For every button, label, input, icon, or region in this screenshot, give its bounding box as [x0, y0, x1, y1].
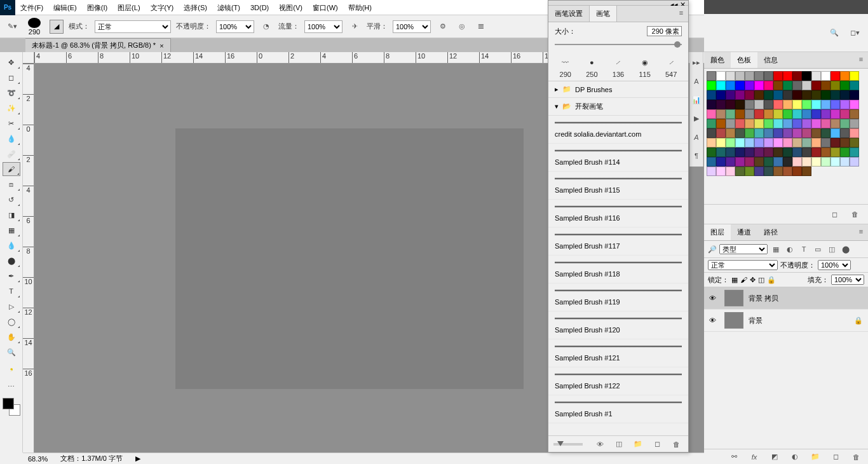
menu-item[interactable]: 滤镜(T) — [212, 4, 245, 11]
workspace-icon[interactable]: ◻▾ — [848, 26, 862, 40]
swatch[interactable] — [802, 119, 811, 128]
character-icon[interactable]: A — [689, 130, 703, 144]
swatch[interactable] — [802, 128, 811, 138]
menu-item[interactable]: 文件(F) — [15, 4, 48, 11]
status-arrow-icon[interactable]: ▶ — [135, 454, 140, 463]
layer-list[interactable]: 👁背景 拷贝👁背景🔒 — [704, 287, 868, 449]
menu-item[interactable]: 选择(S) — [179, 4, 212, 11]
swatch[interactable] — [831, 81, 840, 90]
doc-info[interactable]: 文档：1.37M/0 字节 — [60, 454, 123, 463]
swatch[interactable] — [792, 90, 802, 100]
swatch[interactable] — [726, 90, 735, 100]
swatch[interactable] — [773, 138, 783, 147]
swatch[interactable] — [764, 157, 773, 167]
swatch[interactable] — [831, 119, 840, 128]
close-tab-icon[interactable]: × — [159, 42, 163, 50]
brush-preview[interactable]: 290 — [24, 18, 44, 36]
menu-item[interactable]: 视图(V) — [274, 4, 308, 11]
menu-item[interactable]: 帮助(H) — [343, 4, 377, 11]
swatch[interactable] — [726, 167, 735, 176]
swatch[interactable] — [764, 81, 773, 90]
swatch[interactable] — [773, 81, 783, 90]
swatch[interactable] — [821, 109, 831, 119]
swatch[interactable] — [840, 147, 850, 157]
swatch[interactable] — [783, 100, 792, 109]
artboard[interactable] — [175, 128, 524, 389]
swatch[interactable] — [716, 128, 726, 138]
swatch[interactable] — [792, 71, 802, 81]
swatch[interactable] — [745, 167, 754, 176]
preview-toggle-icon[interactable]: 👁 — [593, 437, 607, 451]
swatch[interactable] — [764, 147, 773, 157]
swatch[interactable] — [850, 119, 859, 128]
brush-item[interactable]: Sampled Brush #1 — [548, 395, 688, 423]
tab-paths[interactable]: 路径 — [757, 224, 784, 240]
layer-thumb[interactable] — [724, 312, 743, 329]
tab-color[interactable]: 颜色 — [704, 52, 731, 68]
histogram-icon[interactable]: 📊 — [689, 93, 703, 107]
actions-icon[interactable]: ▶ — [689, 112, 703, 125]
swatch[interactable] — [726, 109, 735, 119]
swatch[interactable] — [783, 81, 792, 90]
type-panel-icon[interactable]: A — [689, 74, 703, 88]
eraser-tool[interactable]: ◨ — [3, 208, 20, 222]
swatch[interactable] — [745, 90, 754, 100]
swatch[interactable] — [792, 157, 802, 167]
swatch[interactable] — [716, 90, 726, 100]
blend-mode-select[interactable]: 正常 — [708, 260, 778, 270]
expand-dock-icon[interactable]: ▸▸ — [689, 56, 703, 69]
menu-item[interactable]: 编辑(E) — [48, 4, 82, 11]
swatch[interactable] — [831, 100, 840, 109]
menu-item[interactable]: 3D(D) — [245, 4, 274, 11]
swatch[interactable] — [764, 109, 773, 119]
swatch[interactable] — [773, 71, 783, 81]
brush-item[interactable]: Sampled Brush #114 — [548, 144, 688, 172]
swatch[interactable] — [773, 167, 783, 176]
swatch[interactable] — [811, 157, 821, 167]
swatch[interactable] — [811, 128, 821, 138]
filter-type-icon[interactable]: T — [798, 243, 810, 255]
swatch[interactable] — [707, 109, 716, 119]
swatch[interactable] — [831, 138, 840, 147]
panel-close-icon[interactable]: ✕ — [680, 1, 686, 5]
pressure-size-icon[interactable]: ◎ — [455, 20, 469, 34]
swatch[interactable] — [764, 167, 773, 176]
path-select-tool[interactable]: ▷ — [3, 299, 20, 313]
layer-row[interactable]: 👁背景🔒 — [704, 310, 868, 332]
edit-toolbar[interactable]: ⋯ — [3, 379, 20, 393]
brush-item[interactable]: Sampled Brush #121 — [548, 339, 688, 367]
swatch[interactable] — [764, 90, 773, 100]
menu-item[interactable]: 窗口(W) — [308, 4, 343, 11]
swatch[interactable] — [773, 157, 783, 167]
lock-pixels-icon[interactable]: 🖌 — [740, 276, 747, 283]
brush-item[interactable]: Sampled Brush #118 — [548, 256, 688, 283]
swatch[interactable] — [716, 167, 726, 176]
swatch[interactable] — [811, 81, 821, 90]
airbrush-icon[interactable]: ✈ — [348, 20, 362, 34]
swatch[interactable] — [850, 90, 859, 100]
search-icon[interactable]: 🔍 — [827, 26, 841, 40]
swatch[interactable] — [821, 128, 831, 138]
zoom-tool[interactable]: 🔍 — [3, 345, 20, 359]
swatch[interactable] — [754, 128, 764, 138]
delete-swatch-icon[interactable]: 🗑 — [848, 207, 862, 221]
lock-all-icon[interactable]: 🔒 — [767, 276, 776, 284]
tab-info[interactable]: 信息 — [757, 52, 784, 68]
layer-name[interactable]: 背景 拷贝 — [749, 294, 778, 303]
layer-mask-icon[interactable]: ◩ — [768, 450, 782, 464]
swatch[interactable] — [735, 119, 745, 128]
swatch[interactable] — [764, 71, 773, 81]
fill-select[interactable]: 100% — [831, 275, 864, 285]
swatch[interactable] — [811, 109, 821, 119]
thumbnail-size-slider[interactable] — [553, 443, 583, 446]
swatch[interactable] — [792, 100, 802, 109]
brush-tool[interactable]: 🖌 — [3, 162, 20, 176]
hand-tool[interactable]: ✋ — [3, 330, 20, 344]
tab-channels[interactable]: 通道 — [731, 224, 757, 240]
swatch[interactable] — [783, 109, 792, 119]
swatch[interactable] — [754, 167, 764, 176]
swatch[interactable] — [850, 147, 859, 157]
size-slider[interactable] — [555, 43, 682, 46]
mode-select[interactable]: 正常 — [95, 20, 171, 33]
layer-row[interactable]: 👁背景 拷贝 — [704, 287, 868, 310]
